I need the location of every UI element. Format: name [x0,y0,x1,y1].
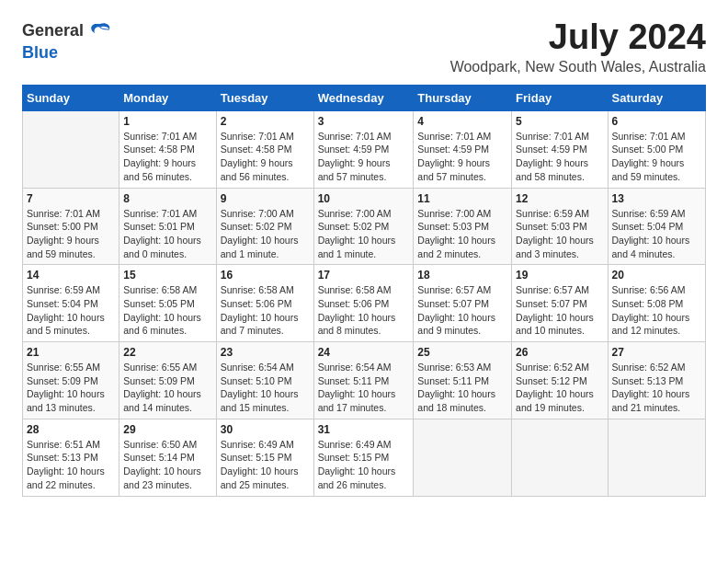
day-number: 25 [417,346,507,359]
day-number: 4 [417,115,507,128]
calendar-cell: 20Sunrise: 6:56 AMSunset: 5:08 PMDayligh… [608,265,705,342]
page-header: General Blue July 2024 Woodpark, New Sou… [22,18,706,75]
day-info: Sunrise: 6:55 AMSunset: 5:09 PMDaylight:… [123,361,212,415]
calendar-cell: 26Sunrise: 6:52 AMSunset: 5:12 PMDayligh… [512,342,608,419]
calendar-cell: 8Sunrise: 7:01 AMSunset: 5:01 PMDaylight… [119,188,217,265]
calendar-cell: 7Sunrise: 7:01 AMSunset: 5:00 PMDaylight… [23,188,119,265]
calendar-cell: 17Sunrise: 6:58 AMSunset: 5:06 PMDayligh… [313,265,414,342]
subtitle: Woodpark, New South Wales, Australia [450,59,706,75]
day-info: Sunrise: 6:55 AMSunset: 5:09 PMDaylight:… [27,361,115,415]
week-row-3: 21Sunrise: 6:55 AMSunset: 5:09 PMDayligh… [23,342,706,419]
day-number: 21 [27,346,115,359]
day-info: Sunrise: 7:01 AMSunset: 4:59 PMDaylight:… [417,130,507,184]
week-row-0: 1Sunrise: 7:01 AMSunset: 4:58 PMDaylight… [23,110,706,188]
day-info: Sunrise: 6:58 AMSunset: 5:05 PMDaylight:… [123,283,212,338]
calendar-cell: 14Sunrise: 6:59 AMSunset: 5:04 PMDayligh… [23,265,119,342]
day-number: 22 [123,346,212,359]
day-number: 1 [123,115,212,128]
day-number: 9 [221,192,310,205]
day-number: 5 [516,115,603,128]
header-wednesday: Wednesday [313,85,414,110]
calendar-cell: 30Sunrise: 6:49 AMSunset: 5:15 PMDayligh… [216,419,313,496]
day-info: Sunrise: 6:56 AMSunset: 5:08 PMDaylight:… [612,283,701,338]
day-number: 20 [612,269,701,282]
week-row-1: 7Sunrise: 7:01 AMSunset: 5:00 PMDaylight… [23,188,706,265]
calendar-cell: 10Sunrise: 7:00 AMSunset: 5:02 PMDayligh… [313,188,414,265]
day-number: 7 [27,192,115,205]
header-thursday: Thursday [414,85,512,110]
day-info: Sunrise: 7:00 AMSunset: 5:02 PMDaylight:… [318,207,410,261]
logo-blue: Blue [22,43,58,62]
calendar-cell: 11Sunrise: 7:00 AMSunset: 5:03 PMDayligh… [414,188,512,265]
day-number: 10 [318,192,410,205]
day-number: 30 [221,423,310,436]
calendar-cell: 31Sunrise: 6:49 AMSunset: 5:15 PMDayligh… [313,419,414,496]
day-number: 11 [417,192,507,205]
day-number: 8 [123,192,212,205]
calendar-cell: 3Sunrise: 7:01 AMSunset: 4:59 PMDaylight… [313,110,414,188]
day-number: 19 [516,269,603,282]
calendar-cell: 21Sunrise: 6:55 AMSunset: 5:09 PMDayligh… [23,342,119,419]
calendar-cell: 25Sunrise: 6:53 AMSunset: 5:11 PMDayligh… [414,342,512,419]
main-title: July 2024 [450,18,706,57]
week-row-4: 28Sunrise: 6:51 AMSunset: 5:13 PMDayligh… [23,419,706,496]
day-number: 28 [27,423,115,436]
title-area: July 2024 Woodpark, New South Wales, Aus… [450,18,706,75]
day-info: Sunrise: 6:57 AMSunset: 5:07 PMDaylight:… [417,283,507,338]
day-number: 3 [318,115,410,128]
day-info: Sunrise: 6:49 AMSunset: 5:15 PMDaylight:… [318,438,410,492]
day-info: Sunrise: 6:58 AMSunset: 5:06 PMDaylight:… [221,283,310,338]
calendar-cell: 1Sunrise: 7:01 AMSunset: 4:58 PMDaylight… [119,110,217,188]
day-info: Sunrise: 7:01 AMSunset: 4:59 PMDaylight:… [516,130,603,184]
calendar-cell: 27Sunrise: 6:52 AMSunset: 5:13 PMDayligh… [608,342,705,419]
calendar-cell: 24Sunrise: 6:54 AMSunset: 5:11 PMDayligh… [313,342,414,419]
day-info: Sunrise: 6:52 AMSunset: 5:12 PMDaylight:… [516,361,603,415]
day-info: Sunrise: 6:54 AMSunset: 5:10 PMDaylight:… [221,361,310,415]
calendar-cell: 23Sunrise: 6:54 AMSunset: 5:10 PMDayligh… [216,342,313,419]
header-friday: Friday [512,85,608,110]
day-info: Sunrise: 6:50 AMSunset: 5:14 PMDaylight:… [123,438,212,492]
week-row-2: 14Sunrise: 6:59 AMSunset: 5:04 PMDayligh… [23,265,706,342]
logo-general: General [22,22,84,40]
calendar-cell: 19Sunrise: 6:57 AMSunset: 5:07 PMDayligh… [512,265,608,342]
day-number: 29 [123,423,212,436]
calendar-cell [608,419,705,496]
day-number: 17 [318,269,410,282]
calendar-cell: 29Sunrise: 6:50 AMSunset: 5:14 PMDayligh… [119,419,217,496]
calendar-cell: 9Sunrise: 7:00 AMSunset: 5:02 PMDaylight… [216,188,313,265]
day-number: 2 [221,115,310,128]
day-number: 18 [417,269,507,282]
day-info: Sunrise: 6:49 AMSunset: 5:15 PMDaylight:… [221,438,310,492]
calendar-cell: 16Sunrise: 6:58 AMSunset: 5:06 PMDayligh… [216,265,313,342]
day-info: Sunrise: 6:59 AMSunset: 5:04 PMDaylight:… [612,207,701,261]
day-number: 13 [612,192,701,205]
calendar-cell: 5Sunrise: 7:01 AMSunset: 4:59 PMDaylight… [512,110,608,188]
day-info: Sunrise: 7:01 AMSunset: 4:59 PMDaylight:… [318,130,410,184]
calendar-table: SundayMondayTuesdayWednesdayThursdayFrid… [22,85,706,497]
day-number: 31 [318,423,410,436]
calendar-cell [414,419,512,496]
day-info: Sunrise: 7:01 AMSunset: 4:58 PMDaylight:… [123,130,212,184]
day-info: Sunrise: 6:59 AMSunset: 5:04 PMDaylight:… [27,283,115,338]
day-number: 14 [27,269,115,282]
day-number: 26 [516,346,603,359]
day-number: 23 [221,346,310,359]
calendar-cell: 12Sunrise: 6:59 AMSunset: 5:03 PMDayligh… [512,188,608,265]
day-info: Sunrise: 7:00 AMSunset: 5:02 PMDaylight:… [221,207,310,261]
calendar-cell: 2Sunrise: 7:01 AMSunset: 4:58 PMDaylight… [216,110,313,188]
header-saturday: Saturday [608,85,705,110]
calendar-cell: 13Sunrise: 6:59 AMSunset: 5:04 PMDayligh… [608,188,705,265]
day-info: Sunrise: 6:57 AMSunset: 5:07 PMDaylight:… [516,283,603,338]
day-info: Sunrise: 7:01 AMSunset: 5:01 PMDaylight:… [123,207,212,261]
day-number: 24 [318,346,410,359]
header-monday: Monday [119,85,217,110]
day-info: Sunrise: 6:59 AMSunset: 5:03 PMDaylight:… [516,207,603,261]
day-number: 12 [516,192,603,205]
day-info: Sunrise: 7:01 AMSunset: 4:58 PMDaylight:… [221,130,310,184]
day-number: 6 [612,115,701,128]
header-tuesday: Tuesday [216,85,313,110]
day-number: 16 [221,269,310,282]
day-info: Sunrise: 7:01 AMSunset: 5:00 PMDaylight:… [612,130,701,184]
calendar-cell: 15Sunrise: 6:58 AMSunset: 5:05 PMDayligh… [119,265,217,342]
calendar-cell [512,419,608,496]
